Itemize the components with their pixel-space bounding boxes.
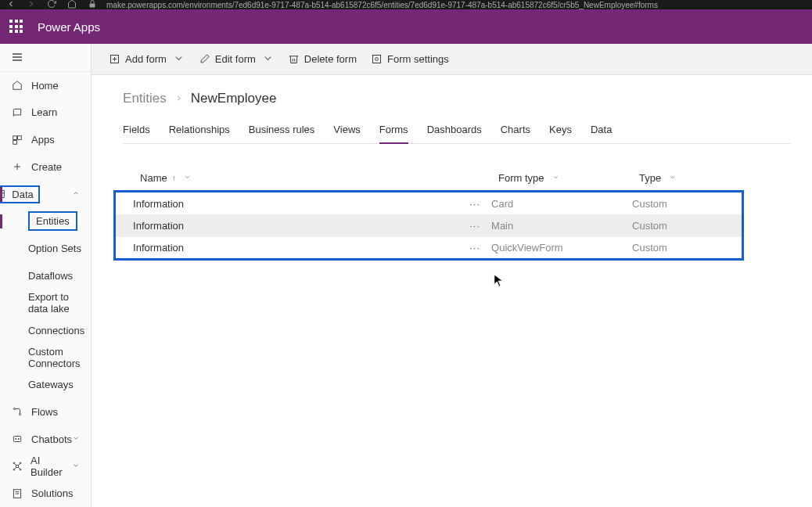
entity-tabs: Fields Relationships Business rules View… bbox=[123, 119, 791, 144]
column-header-formtype[interactable]: Form type bbox=[498, 172, 639, 184]
tab-business-rules[interactable]: Business rules bbox=[249, 119, 315, 143]
selected-indicator bbox=[0, 214, 2, 229]
flows-icon bbox=[11, 405, 23, 418]
sort-ascending-icon: ↑ bbox=[172, 174, 176, 182]
sidebar-item-apps[interactable]: Apps bbox=[0, 126, 91, 153]
sidebar-subitem-dataflows[interactable]: Dataflows bbox=[0, 262, 91, 289]
content-area: Entities NewEmployee Fields Relationship… bbox=[92, 75, 812, 507]
sidebar-item-aibuilder[interactable]: AI Builder bbox=[0, 452, 91, 480]
browser-forward-icon[interactable] bbox=[27, 0, 36, 10]
app-launcher-icon[interactable] bbox=[9, 20, 23, 34]
lock-icon bbox=[88, 0, 97, 10]
form-type: Main bbox=[491, 220, 632, 232]
home-icon bbox=[11, 79, 23, 92]
column-label: Type bbox=[639, 172, 661, 184]
sidebar-subitem-export[interactable]: Export to data lake bbox=[0, 289, 91, 317]
tab-keys[interactable]: Keys bbox=[549, 119, 572, 143]
sidebar-item-label: AI Builder bbox=[31, 455, 72, 478]
sidebar-item-learn[interactable]: Learn bbox=[0, 99, 91, 127]
svg-line-22 bbox=[14, 463, 16, 465]
tab-relationships[interactable]: Relationships bbox=[169, 119, 230, 143]
cmd-add-form[interactable]: Add form bbox=[109, 52, 185, 66]
table-row[interactable]: Information ··· Main Custom bbox=[116, 214, 742, 236]
apps-icon bbox=[11, 134, 23, 146]
aibuilder-icon bbox=[11, 460, 23, 473]
chevron-down-icon bbox=[669, 174, 676, 182]
cmd-delete-form[interactable]: Delete form bbox=[288, 53, 357, 65]
forms-table: Name ↑ Form type Type bbox=[123, 166, 791, 261]
browser-refresh-icon[interactable] bbox=[47, 0, 56, 10]
svg-point-15 bbox=[16, 439, 16, 440]
plus-icon bbox=[11, 160, 23, 173]
cursor-icon bbox=[494, 274, 505, 291]
sidebar-item-home[interactable]: Home bbox=[0, 72, 91, 99]
sidebar-subitem-custom-connectors[interactable]: Custom Connectors bbox=[0, 343, 91, 371]
svg-rect-6 bbox=[13, 140, 17, 144]
cmd-form-settings[interactable]: Form settings bbox=[371, 53, 449, 65]
data-icon: Data bbox=[8, 188, 20, 200]
cmd-label: Delete form bbox=[304, 53, 357, 65]
svg-rect-14 bbox=[13, 437, 20, 442]
highlight-box: Information ··· Card Custom Information … bbox=[113, 190, 744, 261]
sidebar-subitem-label: Connections bbox=[28, 325, 84, 336]
sidebar-subitem-entities[interactable]: Entities bbox=[0, 208, 91, 236]
learn-icon bbox=[11, 106, 23, 119]
sidebar-item-create[interactable]: Create bbox=[0, 153, 91, 181]
svg-point-16 bbox=[18, 439, 19, 440]
sidebar-subitem-label: Entities bbox=[36, 215, 70, 227]
sidebar-item-solutions[interactable]: Solutions bbox=[0, 480, 91, 507]
chevron-down-icon bbox=[184, 174, 191, 182]
sidebar-subitem-label: Export to data lake bbox=[28, 291, 91, 315]
column-header-name[interactable]: Name ↑ bbox=[123, 172, 498, 184]
form-name: Information bbox=[133, 242, 184, 254]
more-actions-icon[interactable]: ··· bbox=[469, 242, 480, 254]
browser-back-icon[interactable] bbox=[6, 0, 16, 10]
table-row[interactable]: Information ··· Card Custom bbox=[116, 192, 742, 214]
form-custom-type: Custom bbox=[632, 198, 742, 210]
browser-url[interactable]: make.powerapps.com/environments/7ed6d91e… bbox=[106, 1, 658, 9]
sidebar-subitem-gateways[interactable]: Gateways bbox=[0, 371, 91, 398]
solutions-icon bbox=[11, 487, 23, 500]
table-header: Name ↑ Form type Type bbox=[123, 166, 791, 190]
svg-point-33 bbox=[375, 58, 379, 61]
sidebar-subitem-connections[interactable]: Connections bbox=[0, 317, 91, 344]
tab-views[interactable]: Views bbox=[333, 119, 360, 143]
selected-indicator bbox=[0, 187, 2, 202]
sidebar-item-label: Learn bbox=[31, 106, 57, 118]
tab-data[interactable]: Data bbox=[591, 119, 612, 143]
svg-point-12 bbox=[13, 408, 15, 410]
sidebar-subitem-optionsets[interactable]: Option Sets bbox=[0, 235, 91, 262]
browser-home-icon[interactable] bbox=[67, 0, 77, 10]
chevron-down-icon bbox=[72, 434, 80, 444]
sidebar-item-label: Solutions bbox=[31, 487, 73, 499]
breadcrumb-root[interactable]: Entities bbox=[123, 91, 167, 106]
more-actions-icon[interactable]: ··· bbox=[469, 220, 480, 232]
command-bar: Add form Edit form Delete form Form sett… bbox=[92, 44, 812, 75]
form-name: Information bbox=[133, 220, 184, 232]
browser-chrome: make.powerapps.com/environments/7ed6d91e… bbox=[0, 0, 812, 9]
chevron-down-icon bbox=[262, 52, 274, 66]
cmd-edit-form[interactable]: Edit form bbox=[199, 52, 274, 66]
sidebar-subitem-label: Custom Connectors bbox=[28, 346, 91, 369]
svg-line-25 bbox=[18, 467, 20, 469]
sidebar-item-flows[interactable]: Flows bbox=[0, 398, 91, 426]
breadcrumb-current: NewEmployee bbox=[191, 91, 277, 106]
form-custom-type: Custom bbox=[632, 220, 742, 232]
tab-forms[interactable]: Forms bbox=[379, 119, 408, 143]
column-header-type[interactable]: Type bbox=[639, 172, 749, 184]
svg-rect-32 bbox=[373, 56, 381, 63]
tab-charts[interactable]: Charts bbox=[501, 119, 530, 143]
more-actions-icon[interactable]: ··· bbox=[469, 198, 480, 210]
chevron-down-icon bbox=[552, 174, 559, 182]
sidebar-item-label: Create bbox=[31, 161, 62, 173]
tab-dashboards[interactable]: Dashboards bbox=[427, 119, 482, 143]
sidebar-toggle[interactable] bbox=[0, 44, 91, 72]
table-row[interactable]: Information ··· QuickViewForm Custom bbox=[116, 236, 742, 258]
svg-rect-4 bbox=[13, 135, 17, 139]
column-label: Form type bbox=[498, 172, 544, 184]
tab-fields[interactable]: Fields bbox=[123, 119, 150, 143]
sidebar-item-data[interactable]: Data bbox=[0, 181, 91, 208]
sidebar-item-chatbots[interactable]: Chatbots bbox=[0, 426, 91, 453]
chevron-up-icon bbox=[72, 189, 80, 199]
chevron-down-icon bbox=[72, 462, 80, 471]
